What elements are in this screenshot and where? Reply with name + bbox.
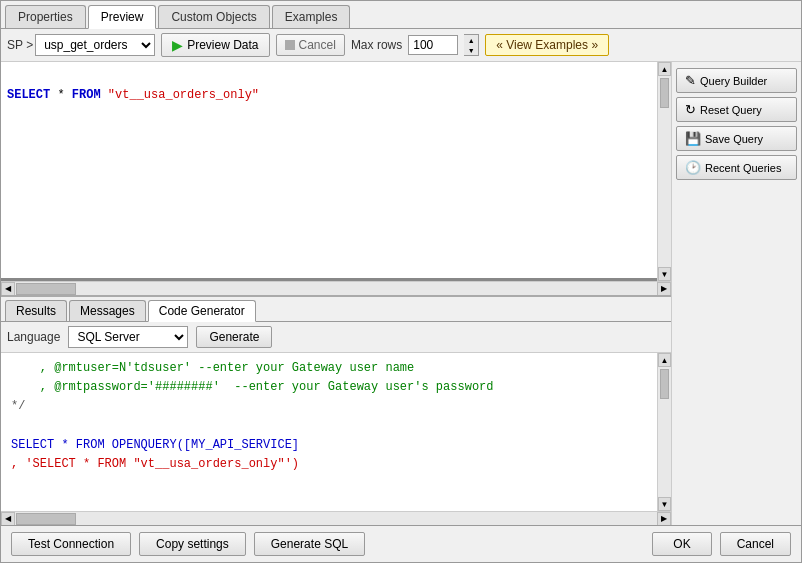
play-icon: ▶ — [172, 37, 183, 53]
language-label: Language — [7, 330, 60, 344]
query-builder-button[interactable]: ✎ Query Builder — [676, 68, 797, 93]
footer-right-buttons: OK Cancel — [652, 532, 791, 556]
generate-button[interactable]: Generate — [196, 326, 272, 348]
main-container: Properties Preview Custom Objects Exampl… — [0, 0, 802, 563]
reset-query-icon: ↻ — [685, 102, 696, 117]
query-vertical-scrollbar[interactable]: ▲ ▼ — [657, 62, 671, 281]
query-editor[interactable]: SELECT * FROM "vt__usa_orders_only" — [1, 62, 657, 281]
tab-results[interactable]: Results — [5, 300, 67, 321]
save-query-label: Save Query — [705, 133, 763, 145]
max-rows-label: Max rows — [351, 38, 402, 52]
tab-code-generator[interactable]: Code Generator — [148, 300, 256, 322]
preview-data-button[interactable]: ▶ Preview Data — [161, 33, 269, 57]
tab-examples[interactable]: Examples — [272, 5, 351, 28]
query-builder-icon: ✎ — [685, 73, 696, 88]
bottom-tab-bar: Results Messages Code Generator — [1, 297, 671, 322]
reset-query-button[interactable]: ↻ Reset Query — [676, 97, 797, 122]
code-scroll-down-arrow[interactable]: ▼ — [658, 497, 671, 511]
save-query-button[interactable]: 💾 Save Query — [676, 126, 797, 151]
code-line-3: */ — [11, 397, 647, 416]
code-area[interactable]: , @rmtuser=N'tdsuser' --enter your Gatew… — [1, 353, 657, 511]
code-h-scroll-right-arrow[interactable]: ▶ — [657, 512, 671, 526]
code-h-scroll-left-arrow[interactable]: ◀ — [1, 512, 15, 526]
query-builder-label: Query Builder — [700, 75, 767, 87]
h-scroll-left-arrow[interactable]: ◀ — [1, 282, 15, 296]
query-horizontal-scrollbar[interactable]: ◀ ▶ — [1, 281, 671, 295]
spinner-up[interactable]: ▲ — [464, 35, 478, 45]
tab-properties[interactable]: Properties — [5, 5, 86, 28]
spinner-down[interactable]: ▼ — [464, 45, 478, 55]
max-rows-input[interactable] — [408, 35, 458, 55]
save-query-icon: 💾 — [685, 131, 701, 146]
h-scroll-right-arrow[interactable]: ▶ — [657, 282, 671, 296]
view-examples-button[interactable]: « View Examples » — [485, 34, 609, 56]
tab-preview[interactable]: Preview — [88, 5, 157, 29]
footer-left-buttons: Test Connection Copy settings Generate S… — [11, 532, 365, 556]
code-line-6: , 'SELECT * FROM "vt__usa_orders_only"') — [11, 455, 647, 474]
h-scroll-track — [15, 282, 657, 295]
code-scroll-thumb[interactable] — [660, 369, 669, 399]
main-toolbar: SP > usp_get_orders ▶ Preview Data Cance… — [1, 29, 801, 62]
recent-queries-label: Recent Queries — [705, 162, 781, 174]
generate-sql-button[interactable]: Generate SQL — [254, 532, 365, 556]
sp-label: SP > — [7, 38, 33, 52]
code-line-2: , @rmtpassword='########' --enter your G… — [11, 378, 647, 397]
ok-button[interactable]: OK — [652, 532, 711, 556]
recent-queries-button[interactable]: 🕑 Recent Queries — [676, 155, 797, 180]
scroll-thumb[interactable] — [660, 78, 669, 108]
preview-data-label: Preview Data — [187, 38, 258, 52]
scroll-track — [658, 76, 671, 267]
code-scroll-up-arrow[interactable]: ▲ — [658, 353, 671, 367]
cancel-square-icon — [285, 40, 295, 50]
recent-queries-icon: 🕑 — [685, 160, 701, 175]
code-h-scroll-track — [15, 512, 657, 525]
test-connection-button[interactable]: Test Connection — [11, 532, 131, 556]
cancel-button[interactable]: Cancel — [276, 34, 345, 56]
sp-selector: SP > usp_get_orders — [7, 34, 155, 56]
footer-cancel-button[interactable]: Cancel — [720, 532, 791, 556]
sidebar-buttons: ✎ Query Builder ↻ Reset Query 💾 Save Que… — [671, 62, 801, 525]
code-gen-toolbar: Language SQL Server Generate — [1, 322, 671, 353]
content-area: SELECT * FROM "vt__usa_orders_only" ▲ ▼ … — [1, 62, 801, 525]
query-text: SELECT * FROM "vt__usa_orders_only" — [7, 68, 651, 122]
tab-bar: Properties Preview Custom Objects Exampl… — [1, 1, 801, 29]
code-line-4 — [11, 417, 647, 436]
code-scroll-track — [658, 367, 671, 497]
language-select[interactable]: SQL Server — [68, 326, 188, 348]
code-horizontal-scrollbar[interactable]: ◀ ▶ — [1, 511, 671, 525]
code-vertical-scrollbar[interactable]: ▲ ▼ — [657, 353, 671, 511]
tab-custom-objects[interactable]: Custom Objects — [158, 5, 269, 28]
code-line-1: , @rmtuser=N'tdsuser' --enter your Gatew… — [11, 359, 647, 378]
tab-messages[interactable]: Messages — [69, 300, 146, 321]
cancel-label: Cancel — [299, 38, 336, 52]
footer: Test Connection Copy settings Generate S… — [1, 525, 801, 562]
scroll-up-arrow[interactable]: ▲ — [658, 62, 671, 76]
copy-settings-button[interactable]: Copy settings — [139, 532, 246, 556]
scroll-down-arrow[interactable]: ▼ — [658, 267, 671, 281]
sp-dropdown[interactable]: usp_get_orders — [35, 34, 155, 56]
code-h-scroll-thumb[interactable] — [16, 513, 76, 525]
reset-query-label: Reset Query — [700, 104, 762, 116]
code-line-5: SELECT * FROM OPENQUERY([MY_API_SERVICE] — [11, 436, 647, 455]
bottom-panel: Results Messages Code Generator Language… — [1, 295, 671, 525]
h-scroll-thumb[interactable] — [16, 283, 76, 295]
max-rows-spinner[interactable]: ▲ ▼ — [464, 34, 479, 56]
main-panel: SELECT * FROM "vt__usa_orders_only" ▲ ▼ … — [1, 62, 671, 525]
